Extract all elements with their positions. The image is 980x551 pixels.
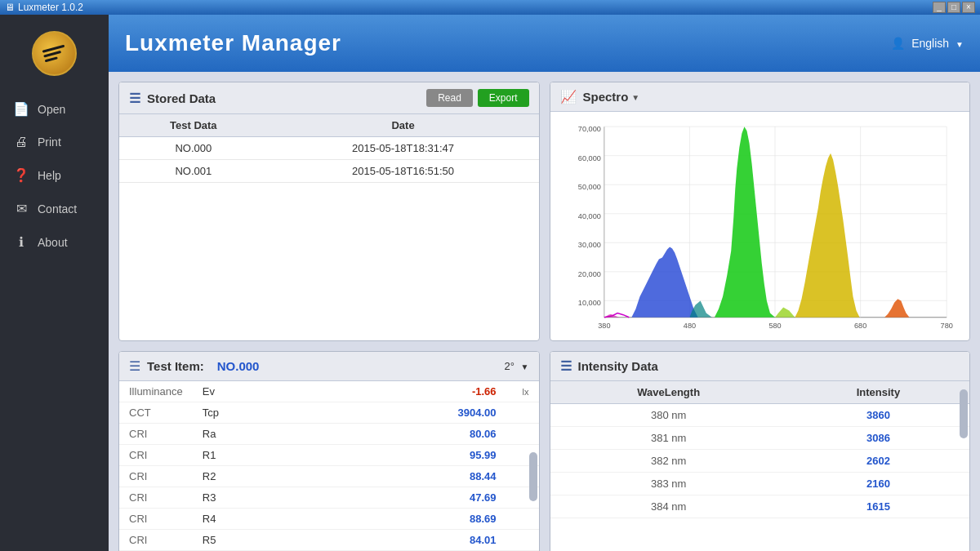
- table-row[interactable]: NO.0012015-05-18T16:51:50: [119, 160, 539, 183]
- intensity-value-cell: 2160: [787, 473, 969, 495]
- language-chevron-icon[interactable]: [956, 37, 964, 50]
- list-item: 383 nm2160: [550, 473, 970, 495]
- spectro-card: 📈 Spectro 70,000 60,000 50,000 40,000: [550, 82, 971, 341]
- titlebar-left: 🖥 Luxmeter 1.0.2: [5, 2, 83, 13]
- value-cell: -1.66: [258, 381, 513, 402]
- date-cell: 2015-05-18T18:31:47: [268, 137, 539, 160]
- list-item: CRI R4 88.69: [119, 509, 539, 530]
- category-cell: CRI: [119, 530, 193, 551]
- maximize-button[interactable]: □: [947, 2, 960, 13]
- wavelength-cell: 383 nm: [550, 473, 787, 495]
- content: 📄 Open 🖨 Print ❓ Help ✉ Contact ℹ About: [0, 15, 980, 551]
- logo-lines: [42, 45, 67, 63]
- col-test-data: Test Data: [119, 114, 268, 137]
- sidebar-item-about[interactable]: ℹ About: [0, 225, 109, 259]
- spectro-dropdown-icon[interactable]: [631, 92, 639, 102]
- test-item-header: ☰ Test Item: NO.000 2°: [119, 352, 539, 381]
- titlebar-controls: _ □ ×: [933, 2, 975, 13]
- intensity-data-card: ☰ Intensity Data WaveLength Intensity: [550, 351, 971, 551]
- read-button[interactable]: Read: [426, 89, 473, 107]
- stored-data-card: ☰ Stored Data Read Export Test Data Date: [118, 82, 540, 341]
- list-item: CCT Tcp 3904.00: [119, 402, 539, 424]
- scrollbar-thumb[interactable]: [529, 452, 537, 501]
- list-item: Illuminance Ev -1.66 lx: [119, 381, 539, 402]
- contact-icon: ✉: [13, 201, 29, 216]
- spectro-chart: 70,000 60,000 50,000 40,000 30,000 20,00…: [557, 118, 964, 334]
- logo-line-3: [44, 56, 57, 62]
- list-item: CRI Ra 80.06: [119, 424, 539, 445]
- value-cell: 47.69: [258, 487, 513, 509]
- test-item-card: ☰ Test Item: NO.000 2° Illuminance Ev -1…: [118, 351, 540, 551]
- svg-text:380: 380: [598, 322, 610, 330]
- param-cell: Ev: [193, 381, 258, 402]
- svg-text:30,000: 30,000: [577, 241, 600, 249]
- intensity-title: Intensity Data: [578, 359, 658, 373]
- header: Luxmeter Manager 👤 English: [109, 15, 980, 72]
- svg-marker-25: [631, 247, 697, 317]
- sidebar-item-help[interactable]: ❓ Help: [0, 158, 109, 192]
- value-cell: 84.01: [258, 530, 513, 551]
- stored-data-actions: Read Export: [426, 89, 528, 107]
- param-cell: Ra: [193, 424, 258, 445]
- param-cell: R5: [193, 530, 258, 551]
- export-button[interactable]: Export: [478, 89, 529, 107]
- test-item-title: Test Item:: [147, 359, 204, 373]
- titlebar: 🖥 Luxmeter 1.0.2 _ □ ×: [0, 0, 980, 15]
- app-title: Luxmeter Manager: [125, 30, 341, 56]
- spectro-header: 📈 Spectro: [550, 82, 970, 112]
- value-cell: 95.99: [258, 445, 513, 466]
- svg-text:480: 480: [683, 322, 695, 330]
- category-cell: CRI: [119, 445, 193, 466]
- logo: [32, 31, 77, 76]
- list-item: 381 nm3086: [550, 427, 970, 450]
- intensity-data-header: ☰ Intensity Data: [550, 352, 970, 381]
- test-item-tbody: Illuminance Ev -1.66 lx CCT Tcp 3904.00 …: [119, 381, 539, 551]
- value-cell: 88.69: [258, 509, 513, 530]
- intensity-icon: ☰: [560, 358, 572, 374]
- sidebar-label-contact: Contact: [38, 202, 77, 216]
- test-item-degree: 2°: [505, 360, 529, 372]
- category-cell: CRI: [119, 509, 193, 530]
- test-item-dropdown-icon[interactable]: [521, 360, 529, 372]
- sidebar-item-contact[interactable]: ✉ Contact: [0, 192, 109, 225]
- help-icon: ❓: [13, 167, 29, 183]
- svg-marker-30: [884, 299, 909, 317]
- intensity-value-cell: 2602: [787, 450, 969, 473]
- sidebar-label-about: About: [38, 236, 68, 249]
- svg-marker-31: [604, 314, 618, 318]
- sidebar-item-open[interactable]: 📄 Open: [0, 92, 109, 126]
- titlebar-title: Luxmeter 1.0.2: [18, 2, 83, 13]
- list-item: CRI R2 88.44: [119, 466, 539, 487]
- wavelength-cell: 382 nm: [550, 450, 787, 473]
- language-label: English: [911, 37, 949, 50]
- table-row[interactable]: NO.0002015-05-18T18:31:47: [119, 137, 539, 160]
- svg-text:10,000: 10,000: [577, 299, 600, 307]
- stored-data-title: Stored Data: [147, 91, 216, 105]
- minimize-button[interactable]: _: [933, 2, 946, 13]
- unit-cell: lx: [513, 381, 539, 402]
- spectro-title: Spectro: [583, 90, 629, 104]
- sidebar-label-print: Print: [38, 136, 61, 149]
- chart-area: 70,000 60,000 50,000 40,000 30,000 20,00…: [550, 112, 970, 340]
- logo-area: [0, 23, 109, 84]
- sidebar: 📄 Open 🖨 Print ❓ Help ✉ Contact ℹ About: [0, 15, 109, 551]
- sidebar-label-help: Help: [38, 169, 61, 182]
- intensity-scrollbar[interactable]: [960, 389, 968, 438]
- close-button[interactable]: ×: [962, 2, 975, 13]
- category-cell: CRI: [119, 487, 193, 509]
- intensity-table: WaveLength Intensity 380 nm3860381 nm308…: [550, 381, 970, 518]
- category-cell: CRI: [119, 424, 193, 445]
- intensity-value-cell: 3086: [787, 427, 969, 450]
- intensity-value-cell: 1615: [787, 495, 969, 518]
- svg-marker-28: [775, 308, 795, 318]
- col-date: Date: [268, 114, 539, 137]
- wavelength-cell: 380 nm: [550, 404, 787, 427]
- print-icon: 🖨: [13, 135, 29, 149]
- param-cell: R2: [193, 466, 258, 487]
- svg-text:50,000: 50,000: [577, 183, 600, 191]
- svg-marker-29: [795, 153, 859, 318]
- wavelength-cell: 384 nm: [550, 495, 787, 518]
- sidebar-item-print[interactable]: 🖨 Print: [0, 126, 109, 158]
- svg-text:60,000: 60,000: [577, 154, 600, 162]
- app-icon: 🖥: [5, 2, 15, 13]
